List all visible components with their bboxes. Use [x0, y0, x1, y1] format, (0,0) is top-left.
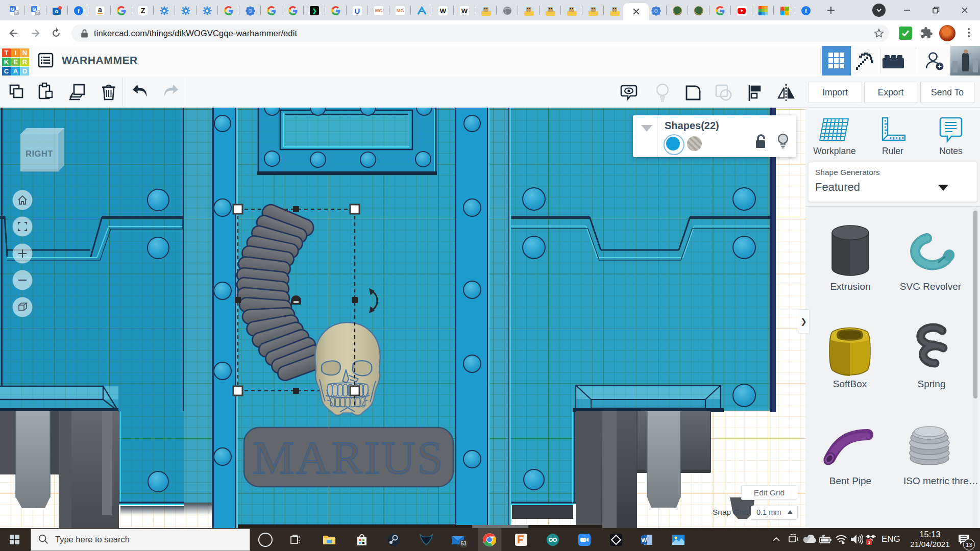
svg-text:3: 3 [868, 540, 870, 545]
svg-text:W: W [641, 537, 647, 544]
svg-text:RIGHT: RIGHT [26, 149, 53, 158]
svg-text:MARIUS: MARIUS [253, 432, 445, 484]
